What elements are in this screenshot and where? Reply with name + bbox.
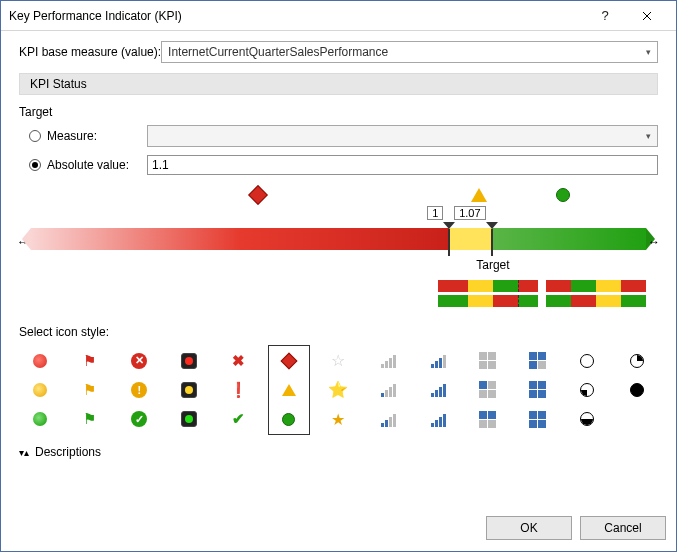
pattern-gryg[interactable] bbox=[546, 295, 646, 307]
ok-button[interactable]: OK bbox=[486, 516, 572, 540]
circle-50b-icon bbox=[580, 412, 594, 426]
slider-cap-left bbox=[22, 228, 31, 250]
dialog-footer: OK Cancel bbox=[1, 505, 676, 551]
light-red-icon bbox=[181, 353, 197, 369]
flag-yellow-icon: ⚑ bbox=[83, 381, 96, 399]
dots-2-icon bbox=[479, 381, 496, 398]
base-measure-row: KPI base measure (value): InternetCurren… bbox=[19, 41, 658, 63]
absolute-value-input[interactable] bbox=[147, 155, 658, 175]
titlebar: Key Performance Indicator (KPI) ? bbox=[1, 1, 676, 31]
icon-set-dots-a[interactable] bbox=[467, 345, 509, 435]
base-measure-label: KPI base measure (value): bbox=[19, 45, 161, 59]
star-full-icon: ★ bbox=[331, 410, 345, 429]
icon-set-badges[interactable]: ✕ ! ✓ bbox=[119, 345, 161, 435]
slider-track[interactable] bbox=[31, 228, 646, 250]
pattern-rgyr[interactable] bbox=[546, 280, 646, 292]
measure-select[interactable]: ▾ bbox=[147, 125, 658, 147]
icon-set-flags[interactable]: ⚑ ⚑ ⚑ bbox=[69, 345, 111, 435]
dots-5-icon bbox=[529, 381, 546, 398]
chevron-down-icon: ▾ bbox=[646, 47, 651, 57]
measure-radio[interactable] bbox=[29, 130, 41, 142]
bars-2-icon bbox=[381, 382, 396, 397]
kpi-dialog: Key Performance Indicator (KPI) ? KPI ba… bbox=[0, 0, 677, 552]
threshold-2-value[interactable]: 1.07 bbox=[454, 206, 485, 220]
shape-triangle-icon bbox=[282, 384, 296, 396]
circle-25r-icon bbox=[630, 354, 644, 368]
descriptions-label: Descriptions bbox=[35, 445, 101, 459]
icon-set-dots-b[interactable] bbox=[517, 345, 559, 435]
star-empty-icon: ☆ bbox=[331, 351, 345, 370]
kpi-status-header: KPI Status bbox=[19, 73, 658, 95]
flag-green-icon: ⚑ bbox=[83, 410, 96, 428]
slider-status-icons bbox=[31, 188, 646, 208]
icon-set-stars[interactable]: ☆ ⭐ ★ bbox=[318, 345, 360, 435]
star-half-icon: ⭐ bbox=[328, 380, 348, 399]
absolute-radio[interactable] bbox=[29, 159, 41, 171]
badge-x-icon: ✕ bbox=[131, 353, 147, 369]
cancel-button[interactable]: Cancel bbox=[580, 516, 666, 540]
dialog-body: KPI base measure (value): InternetCurren… bbox=[1, 31, 676, 505]
threshold-2-handle[interactable] bbox=[486, 222, 498, 256]
bars-4-icon bbox=[431, 353, 446, 368]
sphere-green-icon bbox=[33, 412, 47, 426]
absolute-radio-row: Absolute value: bbox=[29, 155, 658, 175]
icon-style-label: Select icon style: bbox=[19, 325, 658, 339]
badge-bang-icon: ! bbox=[131, 382, 147, 398]
status-slider: ↔ ↔ 1 1.07 Target bbox=[31, 188, 646, 283]
pattern-gyrg[interactable] bbox=[438, 295, 538, 307]
light-yellow-icon bbox=[181, 382, 197, 398]
window-title: Key Performance Indicator (KPI) bbox=[9, 9, 584, 23]
help-button[interactable]: ? bbox=[584, 2, 626, 30]
target-caption: Target bbox=[476, 258, 509, 272]
icon-set-bars-b[interactable] bbox=[417, 345, 459, 435]
circle-100-icon bbox=[630, 383, 644, 397]
pattern-legends bbox=[438, 280, 646, 310]
badge-check-icon: ✓ bbox=[131, 411, 147, 427]
mark-check-icon: ✔ bbox=[232, 410, 245, 428]
icon-set-lights[interactable] bbox=[168, 345, 210, 435]
chevron-down-icon: ▾ bbox=[646, 131, 651, 141]
light-green-icon bbox=[181, 411, 197, 427]
sphere-red-icon bbox=[33, 354, 47, 368]
target-label: Target bbox=[19, 105, 658, 119]
chevron-expand-icon: ▾▴ bbox=[19, 447, 29, 458]
dots-1-icon bbox=[479, 352, 496, 369]
icon-set-marks[interactable]: ✖ ❗ ✔ bbox=[218, 345, 260, 435]
dots-3-icon bbox=[479, 411, 496, 428]
threshold-1-value[interactable]: 1 bbox=[427, 206, 443, 220]
flag-red-icon: ⚑ bbox=[83, 352, 96, 370]
pattern-rygr[interactable] bbox=[438, 280, 538, 292]
descriptions-toggle[interactable]: ▾▴ Descriptions bbox=[19, 445, 658, 459]
dots-6-icon bbox=[529, 411, 546, 428]
base-measure-select[interactable]: InternetCurrentQuarterSalesPerformance ▾ bbox=[161, 41, 658, 63]
slider-red-zone bbox=[31, 228, 449, 250]
circle-icon bbox=[556, 188, 570, 202]
close-icon bbox=[642, 11, 652, 21]
icon-set-shapes[interactable] bbox=[268, 345, 310, 435]
dots-4-icon bbox=[529, 352, 546, 369]
close-button[interactable] bbox=[626, 2, 668, 30]
shape-diamond-icon bbox=[280, 352, 297, 369]
icon-set-circles-a[interactable] bbox=[566, 345, 608, 435]
icon-set-circles-b[interactable] bbox=[616, 345, 658, 435]
slider-green-zone bbox=[492, 228, 646, 250]
bars-5-icon bbox=[431, 382, 446, 397]
icon-set-bars-a[interactable] bbox=[367, 345, 409, 435]
sphere-yellow-icon bbox=[33, 383, 47, 397]
circle-25l-icon bbox=[580, 383, 594, 397]
mark-x-icon: ✖ bbox=[232, 352, 245, 370]
bars-6-icon bbox=[431, 412, 446, 427]
icon-set-spheres[interactable] bbox=[19, 345, 61, 435]
extend-right-icon[interactable]: ↔ bbox=[648, 235, 660, 249]
measure-radio-label: Measure: bbox=[47, 129, 147, 143]
mark-bang-icon: ❗ bbox=[229, 381, 248, 399]
threshold-1-handle[interactable] bbox=[443, 222, 455, 256]
absolute-radio-label: Absolute value: bbox=[47, 158, 147, 172]
icon-style-grid: ⚑ ⚑ ⚑ ✕ ! ✓ ✖ ❗ ✔ bbox=[19, 345, 658, 435]
base-measure-value: InternetCurrentQuarterSalesPerformance bbox=[168, 45, 388, 59]
shape-circle-icon bbox=[282, 413, 295, 426]
measure-radio-row: Measure: ▾ bbox=[29, 125, 658, 147]
bars-1-icon bbox=[381, 353, 396, 368]
diamond-icon bbox=[251, 188, 265, 202]
circle-blank-icon bbox=[630, 412, 644, 426]
